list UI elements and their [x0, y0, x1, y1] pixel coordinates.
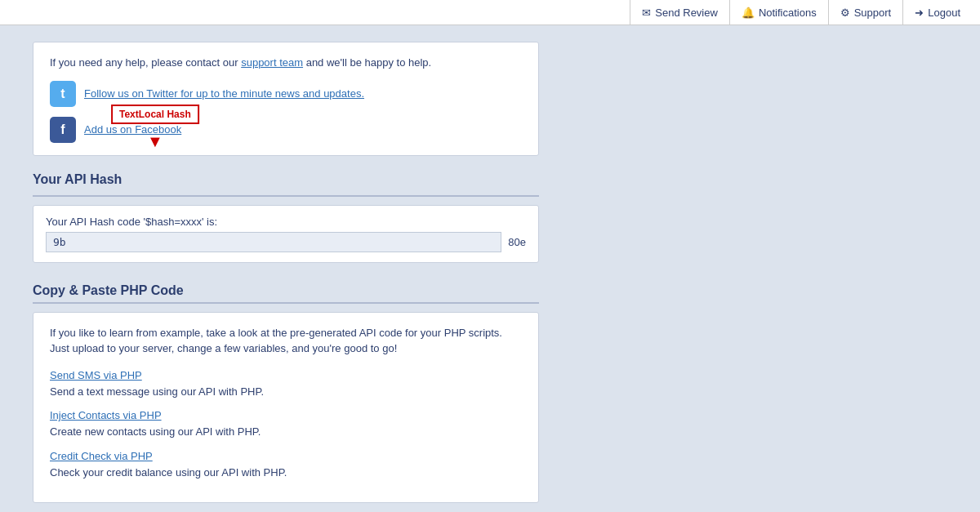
- inject-contacts-group: Inject Contacts via PHP Create new conta…: [50, 409, 522, 440]
- notifications-label: Notifications: [759, 7, 817, 19]
- php-section-title: Copy & Paste PHP Code: [33, 283, 539, 304]
- help-text: If you need any help, please contact our…: [50, 55, 522, 71]
- logout-icon: ➜: [915, 7, 924, 19]
- credit-check-desc: Check your credit balance using our API …: [50, 465, 522, 481]
- tooltip-label: TextLocal Hash: [111, 105, 199, 124]
- php-intro-text: If you like to learn from example, take …: [50, 325, 522, 357]
- notifications-icon: 🔔: [742, 7, 755, 19]
- twitter-link[interactable]: Follow us on Twitter for up to the minut…: [84, 87, 364, 100]
- hash-end-value: 80e: [501, 236, 526, 248]
- api-hash-title: Your API Hash: [33, 172, 122, 187]
- twitter-row: t Follow us on Twitter for up to the min…: [50, 81, 522, 107]
- tooltip-annotation: TextLocal Hash ▼: [147, 133, 163, 149]
- support-nav-item[interactable]: ⚙ Support: [828, 0, 903, 25]
- facebook-icon: f: [50, 117, 76, 143]
- nav-items-container: ✉ Send Review 🔔 Notifications ⚙ Support …: [630, 0, 972, 25]
- support-label: Support: [854, 7, 892, 19]
- support-team-link[interactable]: support team: [241, 56, 303, 69]
- send-sms-desc: Send a text message using our API with P…: [50, 384, 522, 400]
- php-section: Copy & Paste PHP Code If you like to lea…: [33, 283, 539, 504]
- credit-check-group: Credit Check via PHP Check your credit b…: [50, 450, 522, 481]
- send-review-nav-item[interactable]: ✉ Send Review: [630, 0, 729, 25]
- help-card: If you need any help, please contact our…: [33, 42, 539, 156]
- hash-description: Your API Hash code '$hash=xxxx' is:: [46, 216, 526, 228]
- inject-contacts-link[interactable]: Inject Contacts via PHP: [50, 409, 522, 421]
- facebook-link[interactable]: Add us on Facebook: [84, 123, 181, 136]
- hash-value-field: 9b: [46, 232, 501, 252]
- api-hash-card: Your API Hash code '$hash=xxxx' is: 9b 8…: [33, 205, 539, 263]
- inject-contacts-desc: Create new contacts using our API with P…: [50, 424, 522, 440]
- api-hash-section: Your API Hash TextLocal Hash ▼ Your API …: [33, 172, 539, 263]
- support-icon: ⚙: [840, 7, 850, 19]
- hash-value-container: 9b 80e: [46, 232, 526, 252]
- tooltip-arrow-down: ▼: [147, 133, 163, 149]
- main-content: If you need any help, please contact our…: [0, 25, 572, 512]
- credit-check-link[interactable]: Credit Check via PHP: [50, 450, 522, 462]
- php-card: If you like to learn from example, take …: [33, 312, 539, 504]
- top-navigation: ✉ Send Review 🔔 Notifications ⚙ Support …: [0, 0, 980, 25]
- logout-label: Logout: [928, 7, 960, 19]
- send-review-label: Send Review: [655, 7, 718, 19]
- send-sms-link[interactable]: Send SMS via PHP: [50, 369, 522, 381]
- twitter-icon: t: [50, 81, 76, 107]
- logout-nav-item[interactable]: ➜ Logout: [902, 0, 972, 25]
- send-sms-group: Send SMS via PHP Send a text message usi…: [50, 369, 522, 400]
- notifications-nav-item[interactable]: 🔔 Notifications: [729, 0, 828, 25]
- send-review-icon: ✉: [642, 7, 651, 19]
